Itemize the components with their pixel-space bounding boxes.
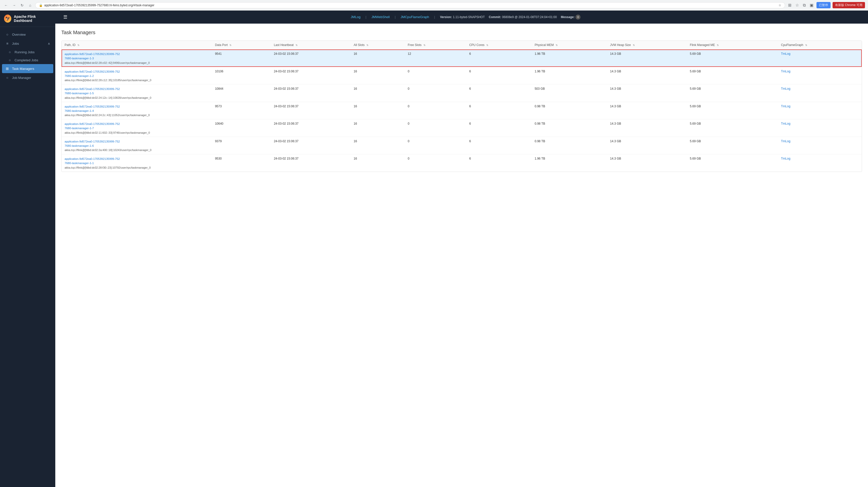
cell-freeslots-1: 0 bbox=[405, 67, 466, 85]
path-link-3[interactable]: application-9d572ea0-1705392135999-75276… bbox=[65, 104, 209, 113]
cell-cpucores-6: 6 bbox=[466, 154, 531, 172]
cell-tmlog-1[interactable]: TmLog bbox=[778, 67, 862, 85]
forward-button[interactable]: → bbox=[11, 2, 17, 8]
home-button[interactable]: ⌂ bbox=[27, 2, 33, 8]
tmlog-link-6[interactable]: TmLog bbox=[781, 157, 790, 160]
cell-allslots-3: 16 bbox=[350, 102, 405, 119]
sort-icon-heartbeat: ⇅ bbox=[296, 44, 298, 47]
path-akka-1: akka.tcp://flink@[fdbd:dc02:28:c12::35]:… bbox=[65, 79, 209, 82]
sidebar-item-job-manager[interactable]: ○ Job Manager bbox=[0, 73, 55, 82]
back-button[interactable]: ← bbox=[3, 2, 9, 8]
col-last-heartbeat[interactable]: Last Heartbeat ⇅ bbox=[271, 41, 351, 50]
sidebar-navigation: ○ Overview ≡ Jobs ∧ ○ Running Jobs bbox=[0, 27, 55, 85]
cell-physmem-1: 1.96 TB bbox=[531, 67, 607, 85]
path-link-1[interactable]: application-9d572ea0-1705392135999-75276… bbox=[65, 70, 209, 79]
topbar-info: Version: 1.11-byted-SNAPSHOT Commit: 068… bbox=[440, 14, 581, 20]
table-row[interactable]: application-9d572ea0-1705392135999-75276… bbox=[62, 119, 862, 137]
cell-cpucores-5: 6 bbox=[466, 137, 531, 154]
tmlog-link-0[interactable]: TmLog bbox=[781, 52, 790, 56]
cell-jvmheap-0: 14.3 GB bbox=[607, 50, 687, 67]
path-akka-4: akka.tcp://flink@[fdbd:dc02:11:602::33]:… bbox=[65, 131, 209, 134]
sidebar-item-task-managers[interactable]: ⊞ Task Managers bbox=[2, 64, 53, 73]
table-row[interactable]: application-9d572ea0-1705392135999-75276… bbox=[62, 67, 862, 85]
col-cpu-flame[interactable]: CpuFlameGraph ⇅ bbox=[778, 41, 862, 50]
col-free-slots-label: Free Slots bbox=[408, 43, 422, 47]
reload-button[interactable]: ↻ bbox=[19, 2, 25, 8]
topbar-separator-3: | bbox=[434, 15, 435, 19]
cell-dataport-3: 9573 bbox=[212, 102, 271, 119]
star-button[interactable]: ☆ bbox=[794, 2, 800, 8]
cell-physmem-0: 1.96 TB bbox=[531, 50, 607, 67]
table-row[interactable]: application-9d572ea0-1705392135999-75276… bbox=[62, 102, 862, 119]
jmcpuflamegraph-link[interactable]: JMCpuFlameGraph bbox=[401, 15, 429, 19]
cell-dataport-0: 9541 bbox=[212, 50, 271, 67]
sidebar-item-running-jobs[interactable]: ○ Running Jobs bbox=[2, 48, 55, 56]
address-bar[interactable]: 🔒 application-9d572ea0-1705392135999-752… bbox=[35, 2, 785, 8]
col-free-slots[interactable]: Free Slots ⇅ bbox=[405, 41, 466, 50]
col-flink-managed[interactable]: Flink Managed ME ⇅ bbox=[687, 41, 778, 50]
jmlog-link[interactable]: JMLog bbox=[351, 15, 361, 19]
cell-flinkmgd-5: 5.69 GB bbox=[687, 137, 778, 154]
col-cpu-cores[interactable]: CPU Cores ⇅ bbox=[466, 41, 531, 50]
table-row[interactable]: application-9d572ea0-1705392135999-75276… bbox=[62, 85, 862, 102]
cell-jvmheap-6: 14.3 GB bbox=[607, 154, 687, 172]
col-all-slots-label: All Slots bbox=[353, 43, 364, 47]
cell-jvmheap-4: 14.3 GB bbox=[607, 119, 687, 137]
cell-tmlog-0[interactable]: TmLog bbox=[778, 50, 862, 67]
running-jobs-icon: ○ bbox=[7, 50, 12, 54]
tmlog-link-2[interactable]: TmLog bbox=[781, 87, 790, 90]
sidebar-item-jobs-label: Jobs bbox=[12, 42, 19, 45]
table-row[interactable]: application-9d572ea0-1705392135999-75276… bbox=[62, 154, 862, 172]
sort-icon-allslots: ⇅ bbox=[366, 44, 368, 47]
path-link-4[interactable]: application-9d572ea0-1705392135999-75276… bbox=[65, 122, 209, 131]
tmlog-link-5[interactable]: TmLog bbox=[781, 140, 790, 143]
sidebar-item-completed-jobs[interactable]: ○ Completed Jobs bbox=[2, 56, 55, 64]
sort-icon-physmem: ⇅ bbox=[556, 44, 558, 47]
job-manager-icon: ○ bbox=[5, 75, 9, 80]
path-akka-2: akka.tcp://flink@[fdbd:dc02:24:12c::14]:… bbox=[65, 96, 209, 99]
cell-dataport-4: 10640 bbox=[212, 119, 271, 137]
sidebar-toggle-button[interactable]: ▣ bbox=[809, 2, 814, 8]
cell-path-5: application-9d572ea0-1705392135999-75276… bbox=[62, 137, 212, 154]
new-chrome-button[interactable]: 有新版 Chrome 可用 bbox=[833, 2, 865, 8]
sort-icon-path: ⇅ bbox=[78, 44, 80, 47]
content-area: Task Managers Path, ID ⇅ Data Port ⇅ bbox=[55, 24, 868, 487]
tmlog-link-1[interactable]: TmLog bbox=[781, 70, 790, 73]
sidebar-item-overview[interactable]: ○ Overview bbox=[0, 30, 55, 39]
cell-heartbeat-6: 24-03-02 15:06:37 bbox=[271, 154, 351, 172]
col-all-slots[interactable]: All Slots ⇅ bbox=[350, 41, 405, 50]
hamburger-button[interactable]: ☰ bbox=[61, 13, 69, 21]
cell-tmlog-4[interactable]: TmLog bbox=[778, 119, 862, 137]
task-managers-table-container: Path, ID ⇅ Data Port ⇅ Last Heartbeat ⇅ bbox=[61, 40, 862, 172]
cell-physmem-4: 0.98 TB bbox=[531, 119, 607, 137]
translate-icon[interactable]: ⊞ bbox=[787, 2, 793, 8]
commit-value: 06808e9 @ 2024-01-08T07:24:04+01:00 bbox=[502, 15, 557, 19]
cell-tmlog-2[interactable]: TmLog bbox=[778, 85, 862, 102]
extensions-button[interactable]: ⧉ bbox=[802, 2, 807, 8]
paused-button[interactable]: 已暂停 bbox=[816, 2, 831, 8]
col-jvm-heap[interactable]: JVM Heap Size ⇅ bbox=[607, 41, 687, 50]
cell-flinkmgd-2: 5.69 GB bbox=[687, 85, 778, 102]
path-link-2[interactable]: application-9d572ea0-1705392135999-75276… bbox=[65, 87, 209, 96]
sidebar-item-completed-jobs-label: Completed Jobs bbox=[14, 58, 38, 62]
col-path-id[interactable]: Path, ID ⇅ bbox=[62, 41, 212, 50]
cell-tmlog-6[interactable]: TmLog bbox=[778, 154, 862, 172]
cell-freeslots-5: 0 bbox=[405, 137, 466, 154]
path-link-0[interactable]: application-9d572ea0-1705392135999-75276… bbox=[65, 52, 209, 61]
cell-allslots-5: 16 bbox=[350, 137, 405, 154]
tmlog-link-3[interactable]: TmLog bbox=[781, 104, 790, 108]
table-row[interactable]: application-9d572ea0-1705392135999-75276… bbox=[62, 137, 862, 154]
cell-tmlog-5[interactable]: TmLog bbox=[778, 137, 862, 154]
cell-tmlog-3[interactable]: TmLog bbox=[778, 102, 862, 119]
sidebar-item-jobs[interactable]: ≡ Jobs ∧ bbox=[0, 39, 55, 48]
path-link-6[interactable]: application-9d572ea0-1705392135999-75276… bbox=[65, 157, 209, 165]
jmwebshell-link[interactable]: JMWebShell bbox=[371, 15, 390, 19]
path-link-5[interactable]: application-9d572ea0-1705392135999-75276… bbox=[65, 140, 209, 148]
table-row[interactable]: application-9d572ea0-1705392135999-75276… bbox=[62, 50, 862, 67]
sort-icon-flink: ⇅ bbox=[717, 44, 719, 47]
cell-flinkmgd-1: 5.69 GB bbox=[687, 67, 778, 85]
col-physical-mem[interactable]: Physical MEM ⇅ bbox=[531, 41, 607, 50]
cell-physmem-2: 503 GB bbox=[531, 85, 607, 102]
tmlog-link-4[interactable]: TmLog bbox=[781, 122, 790, 125]
col-data-port[interactable]: Data Port ⇅ bbox=[212, 41, 271, 50]
